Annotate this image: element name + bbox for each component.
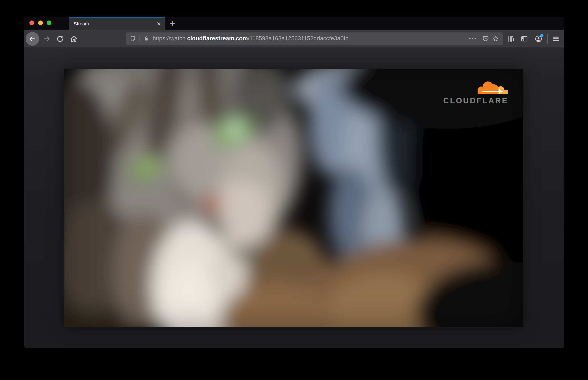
- lock-icon[interactable]: [143, 36, 149, 42]
- trademark-mark: ’: [509, 97, 510, 100]
- navigation-toolbar: https://watch.cloudflarestream.com/11859…: [24, 30, 564, 48]
- zoom-window-button[interactable]: [47, 20, 51, 25]
- urlbar-divider: [139, 35, 140, 42]
- tab-close-icon[interactable]: ✕: [157, 21, 161, 26]
- cloudflare-cloud-icon: [475, 80, 510, 95]
- page-actions-dots-icon[interactable]: •••: [469, 35, 477, 42]
- close-window-button[interactable]: [29, 20, 34, 25]
- forward-icon: [43, 35, 51, 42]
- pocket-icon[interactable]: [482, 35, 489, 42]
- video-player[interactable]: CLOUDFLARE’: [64, 69, 523, 327]
- reload-button[interactable]: [56, 35, 64, 43]
- url-scheme-subdomain: https://watch.: [153, 35, 187, 42]
- menu-button[interactable]: [552, 35, 560, 43]
- cloudflare-logo: CLOUDFLARE’: [438, 80, 510, 105]
- browser-window: Stream ✕ +: [24, 17, 564, 348]
- home-button[interactable]: [69, 35, 78, 43]
- tab-title: Stream: [74, 21, 157, 27]
- desktop-background: Stream ✕ +: [0, 0, 588, 380]
- menu-hamburger-icon: [552, 35, 560, 43]
- url-path: /118598a163a125631152ddaccfe3a0fb: [248, 35, 348, 42]
- back-button[interactable]: [26, 32, 39, 46]
- sidebar-icon: [520, 35, 528, 43]
- tab-stream[interactable]: Stream ✕: [69, 17, 165, 30]
- back-icon: [29, 35, 36, 42]
- cloudflare-wordmark-text: CLOUDFLARE: [443, 97, 508, 105]
- url-domain: cloudflarestream.com: [187, 35, 248, 42]
- toolbar-separator: [547, 34, 548, 43]
- page-content: CLOUDFLARE’: [24, 47, 564, 348]
- account-notification-badge: [540, 34, 543, 37]
- forward-button[interactable]: [43, 35, 51, 43]
- new-tab-button[interactable]: +: [167, 17, 178, 30]
- reload-icon: [56, 35, 64, 42]
- url-text: https://watch.cloudflarestream.com/11859…: [153, 35, 466, 42]
- home-icon: [70, 35, 78, 43]
- tab-bar: Stream ✕ +: [24, 17, 564, 30]
- cloudflare-wordmark: CLOUDFLARE’: [443, 97, 510, 105]
- library-button[interactable]: [507, 35, 515, 43]
- sidebar-button[interactable]: [520, 35, 529, 43]
- blurred-cat-video-frame: [64, 69, 523, 327]
- url-bar[interactable]: https://watch.cloudflarestream.com/11859…: [126, 33, 503, 45]
- account-button[interactable]: [534, 35, 543, 43]
- minimize-window-button[interactable]: [38, 20, 43, 25]
- tracking-shield-icon[interactable]: [130, 36, 136, 42]
- bookmark-star-icon[interactable]: [492, 35, 499, 42]
- library-icon: [507, 35, 515, 43]
